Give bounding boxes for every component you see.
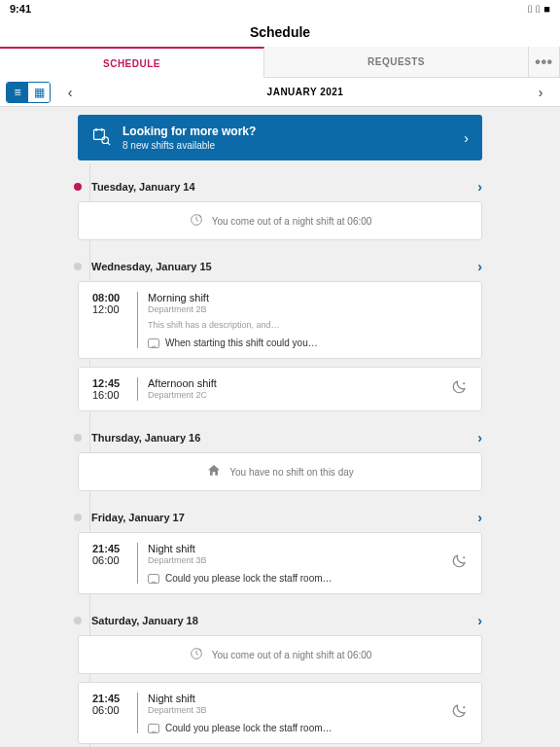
banner-subtitle: 8 new shifts available: [122, 140, 256, 151]
open-shifts-banner[interactable]: Looking for more work? 8 new shifts avai…: [78, 115, 482, 160]
shift-divider: [137, 292, 138, 348]
shift-card[interactable]: 21:45 06:00 Night shift Department 3B ⎯ …: [78, 532, 482, 594]
shift-title: Morning shift: [148, 292, 468, 303]
chevron-right-icon: ›: [477, 614, 482, 627]
view-toggle: ≡ ▦: [6, 82, 51, 103]
info-text: You come out of a night shift at 06:00: [212, 216, 372, 227]
day-block-fri17: Friday, January 17 › 21:45 06:00 Night s…: [78, 511, 482, 594]
shift-department: Department 3B: [148, 705, 440, 715]
shift-department: Department 2C: [148, 390, 440, 400]
svg-point-7: [464, 557, 465, 558]
calendar-view-button[interactable]: ▦: [28, 83, 50, 102]
day-block-tue14: Tuesday, January 14 › You come out of a …: [78, 180, 482, 240]
wifi-icon: 􀙈: [536, 3, 540, 15]
shift-divider: [137, 543, 138, 584]
status-bar: 9:41 􀙇 􀙈 ■: [0, 0, 560, 18]
day-block-thu16: Thursday, January 16 › You have no shift…: [78, 431, 482, 491]
day-header[interactable]: Tuesday, January 14 ›: [78, 180, 482, 194]
note-icon: ⎯: [148, 724, 159, 733]
info-card: You come out of a night shift at 06:00: [78, 201, 482, 240]
list-view-button[interactable]: ≡: [7, 83, 28, 102]
moon-icon: [450, 702, 468, 724]
next-month-button[interactable]: ›: [529, 85, 552, 100]
home-icon: [206, 463, 222, 480]
chevron-right-icon: ›: [477, 431, 482, 445]
chevron-right-icon: ›: [477, 180, 482, 194]
day-label: Tuesday, January 14: [91, 181, 195, 193]
signal-icon: 􀙇: [528, 3, 532, 15]
shift-time: 08:00 12:00: [92, 292, 127, 315]
page-title: Schedule: [0, 18, 560, 47]
shift-time: 12:45 16:00: [92, 377, 127, 401]
shift-time: 21:45 06:00: [92, 693, 127, 716]
svg-point-6: [464, 383, 465, 384]
battery-icon: ■: [543, 3, 550, 15]
banner-title: Looking for more work?: [122, 124, 256, 138]
tab-more[interactable]: •••: [529, 47, 560, 78]
day-header[interactable]: Friday, January 17 ›: [78, 511, 482, 524]
day-label: Wednesday, January 15: [91, 261, 212, 272]
svg-point-9: [464, 707, 465, 708]
shift-card[interactable]: 12:45 16:00 Afternoon shift Department 2…: [78, 367, 482, 411]
shift-note: ⎯ Could you please lock the staff room…: [148, 723, 440, 733]
shift-department: Department 2B: [148, 304, 468, 314]
info-card: You come out of a night shift at 06:00: [78, 635, 482, 674]
day-block-wed15: Wednesday, January 15 › 08:00 12:00 Morn…: [78, 260, 482, 411]
night-end-icon: [189, 646, 204, 663]
shift-title: Afternoon shift: [148, 377, 440, 389]
moon-icon: [450, 378, 468, 400]
day-label: Thursday, January 16: [91, 432, 200, 444]
shift-divider: [137, 377, 138, 401]
day-header[interactable]: Wednesday, January 15 ›: [78, 260, 482, 273]
shift-note: ⎯ When starting this shift could you…: [148, 338, 468, 348]
shift-time: 21:45 06:00: [92, 543, 127, 566]
info-text: You come out of a night shift at 06:00: [212, 650, 372, 660]
shift-title: Night shift: [148, 543, 440, 554]
shift-description: This shift has a description, and…: [148, 320, 468, 330]
shift-note: ⎯ Could you please lock the staff room…: [148, 573, 440, 584]
chevron-right-icon: ›: [477, 260, 482, 273]
month-label: JANUARY 2021: [82, 87, 529, 97]
tab-bar: SCHEDULE REQUESTS •••: [0, 47, 560, 78]
svg-point-3: [102, 136, 109, 143]
moon-icon: [450, 552, 468, 574]
day-block-sat18: Saturday, January 18 › You come out of a…: [78, 614, 482, 744]
prev-month-button[interactable]: ‹: [58, 85, 82, 100]
info-card: You have no shift on this day: [78, 452, 482, 491]
shift-title: Night shift: [148, 693, 440, 704]
schedule-list[interactable]: Looking for more work? 8 new shifts avai…: [0, 107, 560, 747]
chevron-right-icon: ›: [464, 131, 469, 145]
note-icon: ⎯: [148, 338, 159, 348]
info-text: You have no shift on this day: [229, 467, 354, 478]
day-header[interactable]: Saturday, January 18 ›: [78, 614, 482, 627]
shift-department: Department 3B: [148, 555, 440, 565]
status-icons: 􀙇 􀙈 ■: [528, 3, 550, 15]
svg-line-4: [108, 142, 111, 145]
shift-card[interactable]: 21:45 06:00 Night shift Department 3B ⎯ …: [78, 682, 482, 744]
note-icon: ⎯: [148, 574, 159, 584]
shift-card[interactable]: 08:00 12:00 Morning shift Department 2B …: [78, 281, 482, 359]
chevron-right-icon: ›: [477, 511, 482, 524]
status-time: 9:41: [10, 3, 31, 15]
day-label: Saturday, January 18: [91, 615, 198, 626]
tab-schedule[interactable]: SCHEDULE: [0, 47, 264, 78]
night-end-icon: [189, 212, 204, 230]
day-header[interactable]: Thursday, January 16 ›: [78, 431, 482, 445]
day-label: Friday, January 17: [91, 512, 185, 523]
shift-divider: [137, 693, 138, 733]
month-navigator: ≡ ▦ ‹ JANUARY 2021 ›: [0, 78, 560, 107]
search-calendar-icon: [91, 126, 111, 150]
tab-requests[interactable]: REQUESTS: [264, 47, 529, 78]
